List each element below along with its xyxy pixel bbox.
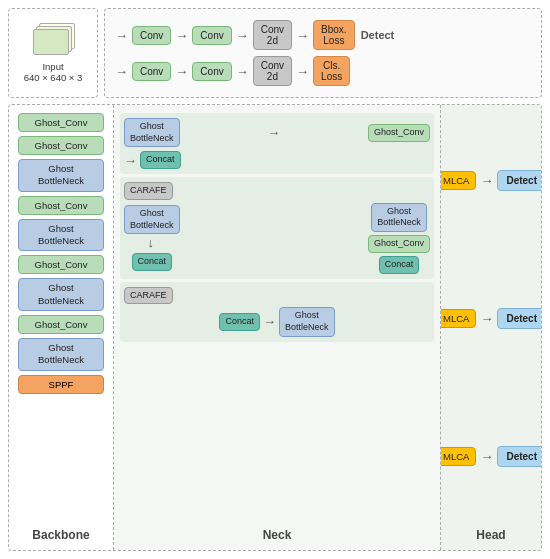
head-label: Head bbox=[445, 524, 537, 542]
neck-ghostbn-bot: GhostBottleNeck bbox=[279, 307, 335, 336]
neck-concat-mid-left: Concat bbox=[132, 253, 173, 271]
head-content: MLCA → Detect MLCA → Detect MLCA → Detec… bbox=[445, 113, 537, 524]
input-title: Input bbox=[42, 61, 63, 72]
detect-row-2: → Conv → Conv → Conv2d → Cls.Loss bbox=[115, 56, 531, 86]
arrow-5: → bbox=[115, 65, 128, 78]
conv-node-1: Conv bbox=[132, 26, 171, 45]
arrow-8: → bbox=[296, 65, 309, 78]
arrow-neck-3: → bbox=[263, 315, 276, 328]
bbox-loss-node: Bbox.Loss bbox=[313, 20, 355, 50]
neck-zone-top: GhostBottleNeck → Ghost_Conv → Concat bbox=[120, 113, 434, 174]
bb-sppf: SPPF bbox=[18, 375, 104, 394]
arrow-neck-2: → bbox=[124, 154, 137, 167]
input-layers bbox=[31, 23, 75, 57]
head-detect-row-2: MLCA → Detect bbox=[436, 308, 542, 329]
neck-concat-mid: Concat bbox=[379, 256, 420, 274]
arrow-2: → bbox=[175, 29, 188, 42]
neck-ghostbn-top: GhostBottleNeck bbox=[124, 118, 180, 147]
neck-bot-row1: CARAFE bbox=[124, 287, 430, 305]
bb-ghost-conv-3: Ghost_Conv bbox=[18, 196, 104, 215]
bb-ghostbn-4: GhostBottleNeck bbox=[18, 338, 104, 371]
arrow-4: → bbox=[296, 29, 309, 42]
neck-label: Neck bbox=[120, 524, 434, 542]
mlca-1: MLCA bbox=[436, 171, 476, 190]
layer-3 bbox=[33, 29, 69, 55]
arrow-3: → bbox=[236, 29, 249, 42]
detect-row-1: → Conv → Conv → Conv2d → Bbox.Loss Detec… bbox=[115, 20, 531, 50]
arrow-1: → bbox=[115, 29, 128, 42]
neck-zone-bot: CARAFE Concat → GhostBottleNeck bbox=[120, 282, 434, 342]
conv-node-3: Conv bbox=[132, 62, 171, 81]
conv2d-node-1: Conv2d bbox=[253, 20, 292, 50]
detect-btn-3[interactable]: Detect bbox=[497, 446, 542, 467]
input-size: 640 × 640 × 3 bbox=[24, 72, 83, 83]
neck-carafe-bot: CARAFE bbox=[124, 287, 173, 305]
neck-mid-row2: GhostBottleNeck → Concat GhostBottleNeck… bbox=[124, 203, 430, 274]
detect-label-1: Detect bbox=[361, 29, 395, 41]
arrow-h1: → bbox=[480, 174, 493, 187]
mlca-3: MLCA bbox=[436, 447, 476, 466]
bb-ghostbn-1: GhostBottleNeck bbox=[18, 159, 104, 192]
neck-concat-top: Concat bbox=[140, 151, 181, 169]
head-detect-row-1: MLCA → Detect bbox=[436, 170, 542, 191]
neck: GhostBottleNeck → Ghost_Conv → Concat CA… bbox=[114, 105, 441, 550]
main-container: Input 640 × 640 × 3 → Conv → Conv → Conv… bbox=[0, 0, 550, 559]
neck-mid-right: GhostBottleNeck Ghost_Conv Concat bbox=[368, 203, 430, 274]
detect-flow: → Conv → Conv → Conv2d → Bbox.Loss Detec… bbox=[104, 8, 542, 98]
arrow-h3: → bbox=[480, 450, 493, 463]
top-section: Input 640 × 640 × 3 → Conv → Conv → Conv… bbox=[8, 8, 542, 98]
backbone-label: Backbone bbox=[32, 524, 89, 542]
bb-ghost-conv-1: Ghost_Conv bbox=[18, 113, 104, 132]
conv-node-2: Conv bbox=[192, 26, 231, 45]
neck-ghostbn-mid-right: GhostBottleNeck bbox=[371, 203, 427, 232]
bb-ghost-conv-2: Ghost_Conv bbox=[18, 136, 104, 155]
neck-zone-mid: CARAFE GhostBottleNeck → Concat GhostBot… bbox=[120, 177, 434, 278]
cls-loss-node: Cls.Loss bbox=[313, 56, 350, 86]
neck-ghost-conv-top: Ghost_Conv bbox=[368, 124, 430, 142]
neck-ghost-conv-mid: Ghost_Conv bbox=[368, 235, 430, 253]
backbone: Ghost_Conv Ghost_Conv GhostBottleNeck Gh… bbox=[9, 105, 114, 550]
bb-ghost-conv-5: Ghost_Conv bbox=[18, 315, 104, 334]
bb-ghostbn-3: GhostBottleNeck bbox=[18, 278, 104, 311]
arrow-h2: → bbox=[480, 312, 493, 325]
neck-inner: GhostBottleNeck → Ghost_Conv → Concat CA… bbox=[120, 113, 434, 524]
neck-top-row2: → Concat bbox=[124, 151, 430, 169]
neck-top-row1: GhostBottleNeck → Ghost_Conv bbox=[124, 118, 430, 147]
bottom-section: Ghost_Conv Ghost_Conv GhostBottleNeck Gh… bbox=[8, 104, 542, 551]
bb-ghostbn-2: GhostBottleNeck bbox=[18, 219, 104, 252]
conv-node-4: Conv bbox=[192, 62, 231, 81]
neck-mid-row1: CARAFE bbox=[124, 182, 430, 200]
arrow-neck-1: → bbox=[267, 126, 280, 139]
bb-ghost-conv-4: Ghost_Conv bbox=[18, 255, 104, 274]
input-box: Input 640 × 640 × 3 bbox=[8, 8, 98, 98]
head: MLCA → Detect MLCA → Detect MLCA → Detec… bbox=[441, 105, 541, 550]
arrow-neck-down-1: → bbox=[145, 237, 158, 250]
detect-btn-2[interactable]: Detect bbox=[497, 308, 542, 329]
neck-carafe-top: CARAFE bbox=[124, 182, 173, 200]
neck-bot-row2: Concat → GhostBottleNeck bbox=[124, 307, 430, 336]
arrow-7: → bbox=[236, 65, 249, 78]
mlca-2: MLCA bbox=[436, 309, 476, 328]
detect-btn-1[interactable]: Detect bbox=[497, 170, 542, 191]
head-detect-row-3: MLCA → Detect bbox=[436, 446, 542, 467]
conv2d-node-2: Conv2d bbox=[253, 56, 292, 86]
neck-ghostbn-mid-left: GhostBottleNeck bbox=[124, 205, 180, 234]
neck-concat-bot: Concat bbox=[219, 313, 260, 331]
arrow-6: → bbox=[175, 65, 188, 78]
neck-mid-left: GhostBottleNeck → Concat bbox=[124, 205, 180, 271]
